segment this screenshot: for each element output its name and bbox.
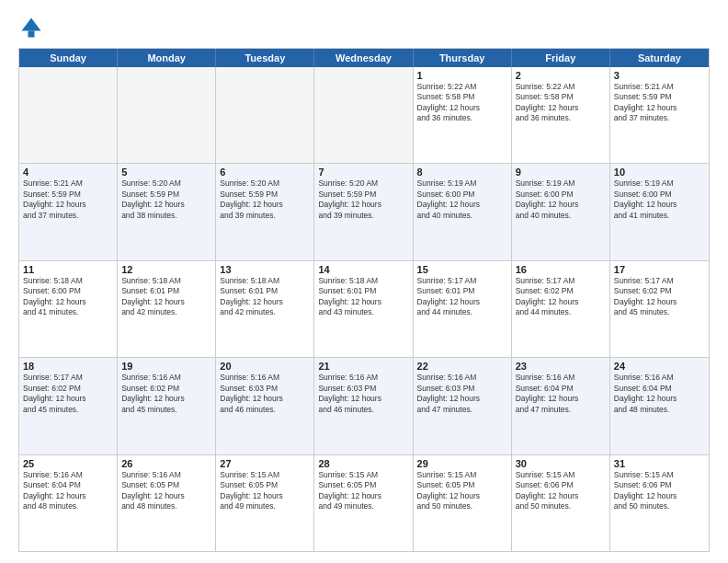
day-cell-30: 30Sunrise: 5:15 AMSunset: 6:06 PMDayligh… xyxy=(512,455,610,551)
cell-info: Sunrise: 5:15 AMSunset: 6:06 PMDaylight:… xyxy=(614,470,705,512)
week-row-5: 25Sunrise: 5:16 AMSunset: 6:04 PMDayligh… xyxy=(19,455,709,551)
day-cell-28: 28Sunrise: 5:15 AMSunset: 6:05 PMDayligh… xyxy=(314,455,413,551)
empty-cell xyxy=(216,67,314,163)
day-header-friday: Friday xyxy=(512,49,610,67)
cell-info: Sunrise: 5:16 AMSunset: 6:04 PMDaylight:… xyxy=(614,373,705,415)
cell-info: Sunrise: 5:21 AMSunset: 5:59 PMDaylight:… xyxy=(23,178,113,221)
week-row-1: 1Sunrise: 5:22 AMSunset: 5:58 PMDaylight… xyxy=(19,67,709,164)
cell-info: Sunrise: 5:17 AMSunset: 6:02 PMDaylight:… xyxy=(614,276,705,318)
day-number: 26 xyxy=(121,458,211,469)
day-number: 24 xyxy=(614,361,705,372)
day-number: 17 xyxy=(614,264,705,275)
day-cell-29: 29Sunrise: 5:15 AMSunset: 6:05 PMDayligh… xyxy=(414,455,512,551)
cell-info: Sunrise: 5:18 AMSunset: 6:01 PMDaylight:… xyxy=(220,276,310,318)
day-number: 4 xyxy=(23,167,113,178)
day-number: 1 xyxy=(417,70,507,81)
week-row-2: 4Sunrise: 5:21 AMSunset: 5:59 PMDaylight… xyxy=(19,164,709,260)
cell-info: Sunrise: 5:17 AMSunset: 6:02 PMDaylight:… xyxy=(23,373,113,415)
svg-marker-0 xyxy=(22,18,41,31)
day-cell-17: 17Sunrise: 5:17 AMSunset: 6:02 PMDayligh… xyxy=(610,261,709,357)
day-cell-23: 23Sunrise: 5:16 AMSunset: 6:04 PMDayligh… xyxy=(512,358,610,454)
empty-cell xyxy=(118,67,216,163)
cell-info: Sunrise: 5:16 AMSunset: 6:02 PMDaylight:… xyxy=(121,373,211,415)
empty-cell xyxy=(19,67,118,163)
day-number: 23 xyxy=(516,361,606,372)
cell-info: Sunrise: 5:18 AMSunset: 6:00 PMDaylight:… xyxy=(23,276,113,318)
day-number: 16 xyxy=(516,264,606,275)
day-cell-31: 31Sunrise: 5:15 AMSunset: 6:06 PMDayligh… xyxy=(610,455,709,551)
cell-info: Sunrise: 5:16 AMSunset: 6:05 PMDaylight:… xyxy=(121,470,211,512)
day-number: 20 xyxy=(220,361,310,372)
day-cell-14: 14Sunrise: 5:18 AMSunset: 6:01 PMDayligh… xyxy=(314,261,413,357)
day-number: 15 xyxy=(417,264,507,275)
cell-info: Sunrise: 5:19 AMSunset: 6:00 PMDaylight:… xyxy=(417,178,507,221)
logo xyxy=(18,15,48,40)
day-cell-10: 10Sunrise: 5:19 AMSunset: 6:00 PMDayligh… xyxy=(610,164,709,259)
day-number: 31 xyxy=(614,458,705,469)
cell-info: Sunrise: 5:22 AMSunset: 5:58 PMDaylight:… xyxy=(417,82,507,124)
day-number: 5 xyxy=(121,167,211,178)
day-cell-12: 12Sunrise: 5:18 AMSunset: 6:01 PMDayligh… xyxy=(118,261,216,357)
cell-info: Sunrise: 5:20 AMSunset: 5:59 PMDaylight:… xyxy=(121,178,211,221)
cell-info: Sunrise: 5:16 AMSunset: 6:03 PMDaylight:… xyxy=(417,373,507,415)
calendar: SundayMondayTuesdayWednesdayThursdayFrid… xyxy=(18,48,710,552)
cell-info: Sunrise: 5:16 AMSunset: 6:03 PMDaylight:… xyxy=(318,373,408,415)
day-number: 30 xyxy=(516,458,606,469)
cell-info: Sunrise: 5:17 AMSunset: 6:01 PMDaylight:… xyxy=(417,276,507,318)
day-cell-25: 25Sunrise: 5:16 AMSunset: 6:04 PMDayligh… xyxy=(19,455,118,551)
week-row-4: 18Sunrise: 5:17 AMSunset: 6:02 PMDayligh… xyxy=(19,358,709,454)
day-number: 11 xyxy=(23,264,113,275)
day-number: 7 xyxy=(318,167,408,178)
day-number: 19 xyxy=(121,361,211,372)
day-number: 3 xyxy=(614,70,705,81)
day-cell-3: 3Sunrise: 5:21 AMSunset: 5:59 PMDaylight… xyxy=(610,67,709,163)
cell-info: Sunrise: 5:19 AMSunset: 6:00 PMDaylight:… xyxy=(516,178,606,221)
logo-icon xyxy=(18,15,44,40)
cell-info: Sunrise: 5:16 AMSunset: 6:04 PMDaylight:… xyxy=(23,470,113,512)
day-cell-4: 4Sunrise: 5:21 AMSunset: 5:59 PMDaylight… xyxy=(19,164,118,259)
day-header-monday: Monday xyxy=(118,49,216,67)
day-cell-21: 21Sunrise: 5:16 AMSunset: 6:03 PMDayligh… xyxy=(314,358,413,454)
day-header-wednesday: Wednesday xyxy=(314,49,413,67)
day-cell-2: 2Sunrise: 5:22 AMSunset: 5:58 PMDaylight… xyxy=(512,67,610,163)
day-cell-9: 9Sunrise: 5:19 AMSunset: 6:00 PMDaylight… xyxy=(512,164,610,259)
day-number: 14 xyxy=(318,264,408,275)
day-number: 9 xyxy=(516,167,606,178)
cell-info: Sunrise: 5:17 AMSunset: 6:02 PMDaylight:… xyxy=(516,276,606,318)
header xyxy=(18,15,710,40)
cell-info: Sunrise: 5:15 AMSunset: 6:05 PMDaylight:… xyxy=(417,470,507,512)
day-number: 29 xyxy=(417,458,507,469)
day-cell-1: 1Sunrise: 5:22 AMSunset: 5:58 PMDaylight… xyxy=(414,67,512,163)
cell-info: Sunrise: 5:15 AMSunset: 6:06 PMDaylight:… xyxy=(516,470,606,512)
day-number: 13 xyxy=(220,264,310,275)
day-number: 8 xyxy=(417,167,507,178)
day-number: 18 xyxy=(23,361,113,372)
day-number: 12 xyxy=(121,264,211,275)
day-number: 21 xyxy=(318,361,408,372)
cell-info: Sunrise: 5:18 AMSunset: 6:01 PMDaylight:… xyxy=(121,276,211,318)
day-cell-13: 13Sunrise: 5:18 AMSunset: 6:01 PMDayligh… xyxy=(216,261,314,357)
day-cell-7: 7Sunrise: 5:20 AMSunset: 5:59 PMDaylight… xyxy=(314,164,413,259)
day-header-thursday: Thursday xyxy=(414,49,512,67)
day-cell-16: 16Sunrise: 5:17 AMSunset: 6:02 PMDayligh… xyxy=(512,261,610,357)
week-row-3: 11Sunrise: 5:18 AMSunset: 6:00 PMDayligh… xyxy=(19,261,709,358)
day-header-tuesday: Tuesday xyxy=(216,49,314,67)
cell-info: Sunrise: 5:15 AMSunset: 6:05 PMDaylight:… xyxy=(318,470,408,512)
cell-info: Sunrise: 5:20 AMSunset: 5:59 PMDaylight:… xyxy=(220,178,310,221)
cell-info: Sunrise: 5:22 AMSunset: 5:58 PMDaylight:… xyxy=(516,82,606,124)
day-number: 6 xyxy=(220,167,310,178)
cell-info: Sunrise: 5:16 AMSunset: 6:03 PMDaylight:… xyxy=(220,373,310,415)
day-cell-19: 19Sunrise: 5:16 AMSunset: 6:02 PMDayligh… xyxy=(118,358,216,454)
day-number: 27 xyxy=(220,458,310,469)
calendar-body: 1Sunrise: 5:22 AMSunset: 5:58 PMDaylight… xyxy=(19,67,709,551)
day-number: 2 xyxy=(516,70,606,81)
day-cell-22: 22Sunrise: 5:16 AMSunset: 6:03 PMDayligh… xyxy=(414,358,512,454)
day-header-saturday: Saturday xyxy=(610,49,709,67)
cell-info: Sunrise: 5:15 AMSunset: 6:05 PMDaylight:… xyxy=(220,470,310,512)
day-number: 22 xyxy=(417,361,507,372)
calendar-header-row: SundayMondayTuesdayWednesdayThursdayFrid… xyxy=(19,49,709,67)
day-cell-11: 11Sunrise: 5:18 AMSunset: 6:00 PMDayligh… xyxy=(19,261,118,357)
cell-info: Sunrise: 5:19 AMSunset: 6:00 PMDaylight:… xyxy=(614,178,705,221)
cell-info: Sunrise: 5:20 AMSunset: 5:59 PMDaylight:… xyxy=(318,178,408,221)
day-cell-20: 20Sunrise: 5:16 AMSunset: 6:03 PMDayligh… xyxy=(216,358,314,454)
